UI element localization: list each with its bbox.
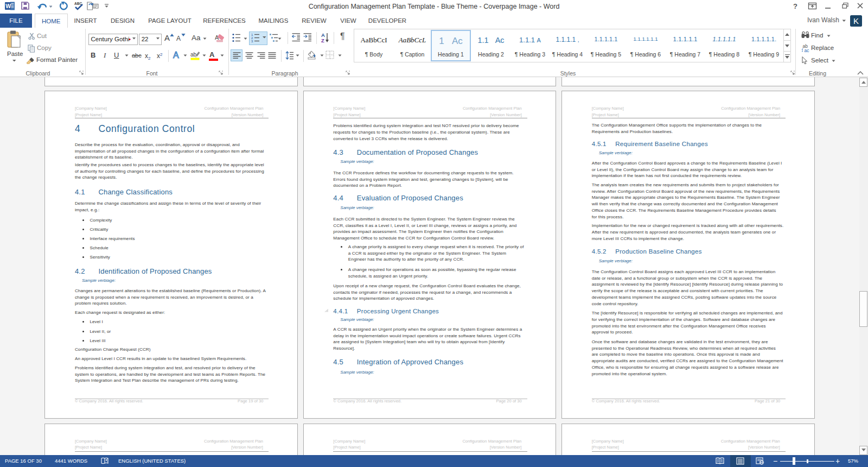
svg-text:ac: ac — [805, 48, 810, 53]
svg-text:?: ? — [793, 2, 797, 10]
svg-text:A: A — [173, 51, 179, 60]
svg-text:3: 3 — [251, 40, 253, 42]
svg-text:Z: Z — [321, 37, 324, 43]
